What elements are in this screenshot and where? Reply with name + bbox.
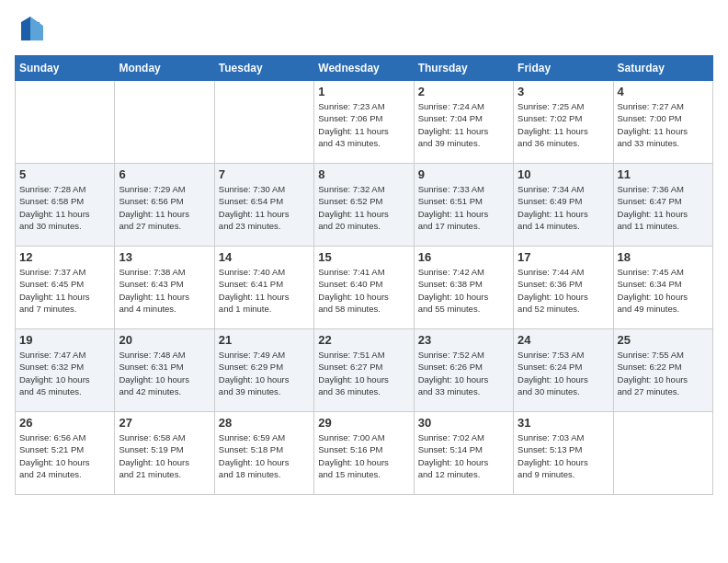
day-number: 26 bbox=[19, 416, 110, 430]
svg-marker-2 bbox=[21, 17, 30, 40]
day-info: Sunrise: 7:36 AM Sunset: 6:47 PM Dayligh… bbox=[618, 183, 709, 232]
calendar-cell: 8Sunrise: 7:32 AM Sunset: 6:52 PM Daylig… bbox=[314, 164, 414, 247]
day-number: 4 bbox=[618, 85, 709, 98]
weekday-header-monday: Monday bbox=[115, 56, 214, 81]
calendar-cell: 19Sunrise: 7:47 AM Sunset: 6:32 PM Dayli… bbox=[16, 329, 115, 412]
day-number: 20 bbox=[119, 333, 210, 347]
day-info: Sunrise: 7:34 AM Sunset: 6:49 PM Dayligh… bbox=[518, 183, 609, 232]
calendar-cell: 9Sunrise: 7:33 AM Sunset: 6:51 PM Daylig… bbox=[414, 164, 513, 247]
calendar-week-1: 1Sunrise: 7:23 AM Sunset: 7:06 PM Daylig… bbox=[16, 81, 713, 164]
calendar-cell: 20Sunrise: 7:48 AM Sunset: 6:31 PM Dayli… bbox=[115, 329, 214, 412]
calendar-header: SundayMondayTuesdayWednesdayThursdayFrid… bbox=[16, 56, 713, 81]
day-info: Sunrise: 7:30 AM Sunset: 6:54 PM Dayligh… bbox=[219, 183, 310, 232]
calendar-cell: 11Sunrise: 7:36 AM Sunset: 6:47 PM Dayli… bbox=[613, 164, 712, 247]
day-number: 13 bbox=[119, 250, 210, 264]
day-number: 8 bbox=[318, 167, 409, 181]
calendar-cell: 5Sunrise: 7:28 AM Sunset: 6:58 PM Daylig… bbox=[16, 164, 115, 247]
weekday-header-tuesday: Tuesday bbox=[214, 56, 313, 81]
day-number: 25 bbox=[618, 333, 709, 347]
weekday-header-wednesday: Wednesday bbox=[314, 56, 414, 81]
day-number: 23 bbox=[418, 333, 509, 347]
calendar-cell: 12Sunrise: 7:37 AM Sunset: 6:45 PM Dayli… bbox=[16, 247, 115, 329]
calendar-cell: 21Sunrise: 7:49 AM Sunset: 6:29 PM Dayli… bbox=[214, 329, 313, 412]
weekday-header-saturday: Saturday bbox=[613, 56, 712, 81]
day-info: Sunrise: 7:24 AM Sunset: 7:04 PM Dayligh… bbox=[418, 100, 509, 149]
day-info: Sunrise: 7:42 AM Sunset: 6:38 PM Dayligh… bbox=[418, 266, 509, 315]
calendar-cell: 28Sunrise: 6:59 AM Sunset: 5:18 PM Dayli… bbox=[214, 412, 313, 495]
day-info: Sunrise: 7:27 AM Sunset: 7:00 PM Dayligh… bbox=[618, 100, 709, 149]
day-number: 7 bbox=[219, 167, 310, 181]
day-info: Sunrise: 7:52 AM Sunset: 6:26 PM Dayligh… bbox=[418, 349, 509, 397]
day-info: Sunrise: 7:55 AM Sunset: 6:22 PM Dayligh… bbox=[618, 349, 709, 397]
calendar-cell: 7Sunrise: 7:30 AM Sunset: 6:54 PM Daylig… bbox=[214, 164, 313, 247]
weekday-header-thursday: Thursday bbox=[414, 56, 513, 81]
weekday-header-sunday: Sunday bbox=[16, 56, 115, 81]
day-info: Sunrise: 7:53 AM Sunset: 6:24 PM Dayligh… bbox=[518, 349, 609, 397]
day-number: 1 bbox=[318, 85, 409, 98]
calendar-cell: 13Sunrise: 7:38 AM Sunset: 6:43 PM Dayli… bbox=[115, 247, 214, 329]
day-number: 15 bbox=[318, 250, 409, 264]
calendar-cell: 17Sunrise: 7:44 AM Sunset: 6:36 PM Dayli… bbox=[514, 247, 613, 329]
day-info: Sunrise: 7:45 AM Sunset: 6:34 PM Dayligh… bbox=[618, 266, 709, 315]
logo-icon bbox=[17, 15, 43, 44]
day-number: 11 bbox=[618, 167, 709, 181]
day-info: Sunrise: 7:49 AM Sunset: 6:29 PM Dayligh… bbox=[219, 349, 310, 397]
calendar-cell: 30Sunrise: 7:02 AM Sunset: 5:14 PM Dayli… bbox=[414, 412, 513, 495]
day-info: Sunrise: 6:56 AM Sunset: 5:21 PM Dayligh… bbox=[19, 431, 110, 480]
day-number: 31 bbox=[518, 416, 609, 430]
calendar-cell: 1Sunrise: 7:23 AM Sunset: 7:06 PM Daylig… bbox=[314, 81, 414, 164]
day-number: 17 bbox=[518, 250, 609, 264]
calendar-cell: 25Sunrise: 7:55 AM Sunset: 6:22 PM Dayli… bbox=[613, 329, 712, 412]
calendar-week-2: 5Sunrise: 7:28 AM Sunset: 6:58 PM Daylig… bbox=[16, 164, 713, 247]
day-info: Sunrise: 6:59 AM Sunset: 5:18 PM Dayligh… bbox=[219, 431, 310, 480]
calendar-cell: 10Sunrise: 7:34 AM Sunset: 6:49 PM Dayli… bbox=[514, 164, 613, 247]
calendar-cell: 16Sunrise: 7:42 AM Sunset: 6:38 PM Dayli… bbox=[414, 247, 513, 329]
day-number: 6 bbox=[119, 167, 210, 181]
day-info: Sunrise: 7:02 AM Sunset: 5:14 PM Dayligh… bbox=[418, 431, 509, 480]
calendar-week-3: 12Sunrise: 7:37 AM Sunset: 6:45 PM Dayli… bbox=[16, 247, 713, 329]
weekday-row: SundayMondayTuesdayWednesdayThursdayFrid… bbox=[16, 56, 713, 81]
calendar-cell bbox=[16, 81, 115, 164]
day-number: 3 bbox=[518, 85, 609, 98]
day-info: Sunrise: 7:51 AM Sunset: 6:27 PM Dayligh… bbox=[318, 349, 409, 397]
day-number: 12 bbox=[19, 250, 110, 264]
calendar-cell bbox=[214, 81, 313, 164]
calendar-cell: 2Sunrise: 7:24 AM Sunset: 7:04 PM Daylig… bbox=[414, 81, 513, 164]
calendar-cell: 22Sunrise: 7:51 AM Sunset: 6:27 PM Dayli… bbox=[314, 329, 414, 412]
day-info: Sunrise: 7:25 AM Sunset: 7:02 PM Dayligh… bbox=[518, 100, 609, 149]
calendar-cell: 3Sunrise: 7:25 AM Sunset: 7:02 PM Daylig… bbox=[514, 81, 613, 164]
day-info: Sunrise: 7:47 AM Sunset: 6:32 PM Dayligh… bbox=[19, 349, 110, 397]
calendar-cell: 31Sunrise: 7:03 AM Sunset: 5:13 PM Dayli… bbox=[514, 412, 613, 495]
page-header bbox=[15, 15, 713, 44]
day-number: 19 bbox=[19, 333, 110, 347]
svg-marker-1 bbox=[30, 17, 43, 40]
day-info: Sunrise: 7:48 AM Sunset: 6:31 PM Dayligh… bbox=[119, 349, 210, 397]
calendar-cell bbox=[115, 81, 214, 164]
calendar-week-4: 19Sunrise: 7:47 AM Sunset: 6:32 PM Dayli… bbox=[16, 329, 713, 412]
day-number: 30 bbox=[418, 416, 509, 430]
calendar-cell: 15Sunrise: 7:41 AM Sunset: 6:40 PM Dayli… bbox=[314, 247, 414, 329]
day-number: 16 bbox=[418, 250, 509, 264]
day-number: 27 bbox=[119, 416, 210, 430]
calendar-cell: 23Sunrise: 7:52 AM Sunset: 6:26 PM Dayli… bbox=[414, 329, 513, 412]
day-number: 21 bbox=[219, 333, 310, 347]
calendar-cell: 27Sunrise: 6:58 AM Sunset: 5:19 PM Dayli… bbox=[115, 412, 214, 495]
calendar-week-5: 26Sunrise: 6:56 AM Sunset: 5:21 PM Dayli… bbox=[16, 412, 713, 495]
calendar-cell: 24Sunrise: 7:53 AM Sunset: 6:24 PM Dayli… bbox=[514, 329, 613, 412]
weekday-header-friday: Friday bbox=[514, 56, 613, 81]
day-info: Sunrise: 7:23 AM Sunset: 7:06 PM Dayligh… bbox=[318, 100, 409, 149]
calendar-body: 1Sunrise: 7:23 AM Sunset: 7:06 PM Daylig… bbox=[16, 81, 713, 495]
day-info: Sunrise: 7:32 AM Sunset: 6:52 PM Dayligh… bbox=[318, 183, 409, 232]
day-info: Sunrise: 7:00 AM Sunset: 5:16 PM Dayligh… bbox=[318, 431, 409, 480]
calendar-cell: 4Sunrise: 7:27 AM Sunset: 7:00 PM Daylig… bbox=[613, 81, 712, 164]
logo bbox=[15, 15, 43, 44]
day-info: Sunrise: 7:03 AM Sunset: 5:13 PM Dayligh… bbox=[518, 431, 609, 480]
calendar-cell: 29Sunrise: 7:00 AM Sunset: 5:16 PM Dayli… bbox=[314, 412, 414, 495]
day-info: Sunrise: 7:37 AM Sunset: 6:45 PM Dayligh… bbox=[19, 266, 110, 315]
day-number: 22 bbox=[318, 333, 409, 347]
day-number: 14 bbox=[219, 250, 310, 264]
day-info: Sunrise: 7:28 AM Sunset: 6:58 PM Dayligh… bbox=[19, 183, 110, 232]
day-info: Sunrise: 7:40 AM Sunset: 6:41 PM Dayligh… bbox=[219, 266, 310, 315]
day-number: 18 bbox=[618, 250, 709, 264]
day-info: Sunrise: 7:44 AM Sunset: 6:36 PM Dayligh… bbox=[518, 266, 609, 315]
